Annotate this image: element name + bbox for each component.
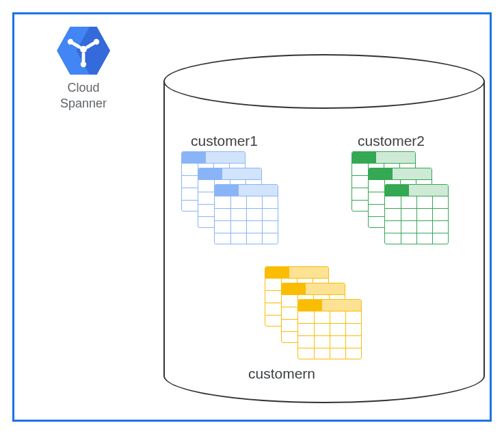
- customer1-label: customer1: [191, 133, 258, 149]
- database-cylinder: customer1 customer2: [163, 54, 485, 403]
- customer1-tables: [181, 151, 284, 247]
- cloud-spanner-icon: [46, 27, 121, 75]
- diagram-frame: Cloud Spanner customer1: [12, 12, 492, 422]
- customern-label: customern: [248, 366, 315, 382]
- svg-point-6: [81, 62, 86, 67]
- svg-rect-3: [82, 52, 85, 63]
- customer2-tables: [352, 151, 454, 247]
- cloud-spanner-badge: Cloud Spanner: [46, 27, 121, 111]
- customern-tables: [265, 266, 367, 362]
- table-icon: [384, 184, 449, 244]
- customer2-label: customer2: [358, 133, 425, 149]
- cloud-spanner-label: Cloud Spanner: [46, 80, 121, 111]
- table-icon: [297, 299, 362, 359]
- table-icon: [214, 184, 278, 244]
